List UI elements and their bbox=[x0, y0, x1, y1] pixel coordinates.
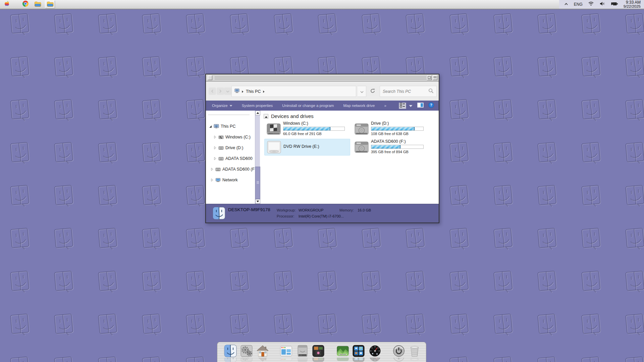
workgroup-label: Workgroup: bbox=[277, 208, 296, 212]
expand-twisty-icon[interactable] bbox=[213, 146, 217, 149]
finder-logo-watermark bbox=[534, 140, 560, 166]
finder-logo-watermark bbox=[182, 97, 209, 123]
sidebar-item-adata-sd600[interactable]: ADATA SD600 bbox=[213, 155, 253, 163]
expand-twisty-icon[interactable] bbox=[210, 168, 214, 171]
scrollbar-thumb[interactable] bbox=[255, 167, 260, 199]
tree-network-icon bbox=[215, 178, 221, 182]
zoom-box[interactable] bbox=[427, 75, 432, 80]
collapse-section-button[interactable] bbox=[264, 114, 268, 119]
drive-tile-dvd-rw-drive-e[interactable]: DVD RW Drive (E:) bbox=[264, 139, 350, 156]
dock-item-power[interactable] bbox=[392, 345, 405, 362]
dock-item-finder-window[interactable] bbox=[280, 345, 292, 362]
drive-tile-drive-d[interactable]: Drive (D:)108 GB free of 638 GB bbox=[352, 121, 438, 137]
computer-name: DESKTOP-M9F9178 bbox=[228, 207, 270, 212]
scroll-down-button[interactable] bbox=[255, 199, 260, 204]
folder-button[interactable] bbox=[32, 0, 43, 8]
close-box[interactable] bbox=[208, 75, 212, 80]
scroll-up-button[interactable] bbox=[255, 111, 260, 115]
tree-pc-icon bbox=[214, 124, 219, 129]
forward-button[interactable] bbox=[217, 87, 224, 95]
finder-logo-watermark bbox=[534, 268, 560, 295]
expand-twisty-icon[interactable] bbox=[213, 157, 217, 160]
sidebar-item-windows-c[interactable]: Windows (C:) bbox=[213, 133, 251, 141]
toolbar-item-uninstall-or-change-a-program[interactable]: Uninstall or change a program bbox=[277, 101, 338, 111]
window-content: This PCWindows (C:)Drive (D:)ADATA SD600… bbox=[206, 111, 439, 204]
drive-name: DVD RW Drive (E:) bbox=[283, 144, 350, 149]
dock-item-trash[interactable] bbox=[408, 345, 421, 362]
vertical-scrollbar[interactable] bbox=[255, 111, 260, 204]
apple-menu[interactable] bbox=[0, 0, 13, 8]
finder-logo-watermark bbox=[7, 140, 33, 166]
search-input[interactable]: Search This PC bbox=[380, 86, 437, 97]
wifi-icon[interactable] bbox=[588, 1, 594, 7]
collapse-twisty-icon[interactable] bbox=[209, 125, 212, 128]
finder-logo-watermark bbox=[139, 183, 165, 209]
window-titlebar[interactable] bbox=[206, 74, 439, 81]
refresh-button[interactable] bbox=[369, 88, 376, 95]
volume-icon[interactable] bbox=[599, 1, 605, 7]
sidebar-item-this-pc[interactable]: This PC bbox=[209, 122, 235, 130]
breadcrumb-arrow-icon[interactable] bbox=[263, 88, 265, 95]
scroll-up-icon bbox=[256, 112, 259, 115]
help-button[interactable]: ? bbox=[428, 102, 434, 109]
view-options-button[interactable] bbox=[399, 103, 406, 109]
finder-logo-watermark bbox=[95, 97, 121, 123]
finder-logo-watermark bbox=[314, 311, 340, 338]
trash-icon bbox=[408, 345, 421, 357]
dock-item-hard-drive[interactable] bbox=[296, 345, 309, 362]
drive-tile-windows-c[interactable]: Windows (C:)66.0 GB free of 291 GB bbox=[264, 121, 350, 137]
expand-twisty-icon[interactable] bbox=[213, 135, 217, 139]
dock-item-launchpad[interactable] bbox=[352, 345, 365, 362]
sidebar-item-adata-sd600-f[interactable]: ADATA SD600 (F bbox=[210, 165, 255, 173]
view-dropdown-button[interactable] bbox=[409, 103, 413, 109]
dock-reflection bbox=[224, 358, 237, 362]
dock-item-photos[interactable] bbox=[312, 345, 325, 362]
history-dropdown-button[interactable] bbox=[224, 87, 231, 95]
windowshade-box[interactable] bbox=[433, 75, 437, 80]
dock-item-home[interactable] bbox=[256, 345, 269, 362]
dock-item-finder[interactable] bbox=[224, 345, 237, 362]
finder-logo-watermark bbox=[534, 97, 560, 123]
breadcrumb-arrow-icon[interactable] bbox=[241, 88, 244, 95]
finder-logo-watermark bbox=[358, 226, 384, 252]
back-button[interactable] bbox=[209, 87, 216, 95]
chrome-button[interactable] bbox=[19, 0, 32, 8]
clock[interactable]: 9:33 AM 9/22/2025 bbox=[624, 0, 641, 8]
search-icon bbox=[428, 88, 434, 95]
dock-reflection bbox=[280, 358, 292, 362]
drive-tile-adata-sd600-f[interactable]: ADATA SD600 (F:)395 GB free of 894 GB bbox=[352, 139, 438, 156]
dock-item-system-settings[interactable] bbox=[240, 345, 253, 362]
drive-meta: DVD RW Drive (E:) bbox=[283, 139, 350, 155]
finder-logo-watermark bbox=[139, 54, 165, 80]
language-indicator[interactable]: ENG bbox=[574, 2, 583, 7]
breadcrumb-location[interactable]: This PC bbox=[246, 89, 261, 94]
finder-logo-watermark bbox=[534, 311, 560, 338]
dock-item-desktop[interactable] bbox=[336, 345, 349, 362]
tree-hdd-win-icon bbox=[218, 135, 224, 139]
finder-icon bbox=[224, 345, 237, 357]
sidebar-item-label: Network bbox=[222, 178, 238, 182]
sidebar-item-network[interactable]: Network bbox=[210, 176, 238, 184]
finder-logo-watermark bbox=[534, 183, 560, 209]
tray-chevron-up-icon[interactable] bbox=[564, 1, 569, 7]
finder-logo-watermark bbox=[139, 268, 165, 295]
toolbar-item-[interactable]: » bbox=[379, 101, 391, 111]
toolbar-item-map-network-drive[interactable]: Map network drive bbox=[338, 101, 379, 111]
finder-logo-watermark bbox=[51, 54, 77, 80]
expand-twisty-icon[interactable] bbox=[210, 178, 214, 182]
toolbar-item-organize[interactable]: Organize bbox=[206, 101, 237, 111]
finder-logo-watermark bbox=[578, 354, 604, 362]
battery-icon[interactable] bbox=[611, 1, 618, 7]
finder-logo-watermark bbox=[446, 311, 472, 338]
toolbar-item-system-properties[interactable]: System properties bbox=[237, 101, 278, 111]
address-bar[interactable]: This PC bbox=[231, 86, 356, 97]
dock-item-dashboard[interactable] bbox=[369, 345, 381, 362]
address-dropdown-button[interactable] bbox=[358, 86, 366, 97]
section-title[interactable]: Devices and drives bbox=[271, 113, 314, 119]
svg-text:?: ? bbox=[430, 103, 432, 107]
finder-logo-watermark bbox=[446, 97, 472, 123]
preview-pane-button[interactable] bbox=[417, 103, 424, 109]
this-pc-icon bbox=[234, 88, 239, 95]
folder-button-active[interactable] bbox=[45, 0, 55, 8]
sidebar-item-drive-d[interactable]: Drive (D:) bbox=[213, 144, 243, 152]
